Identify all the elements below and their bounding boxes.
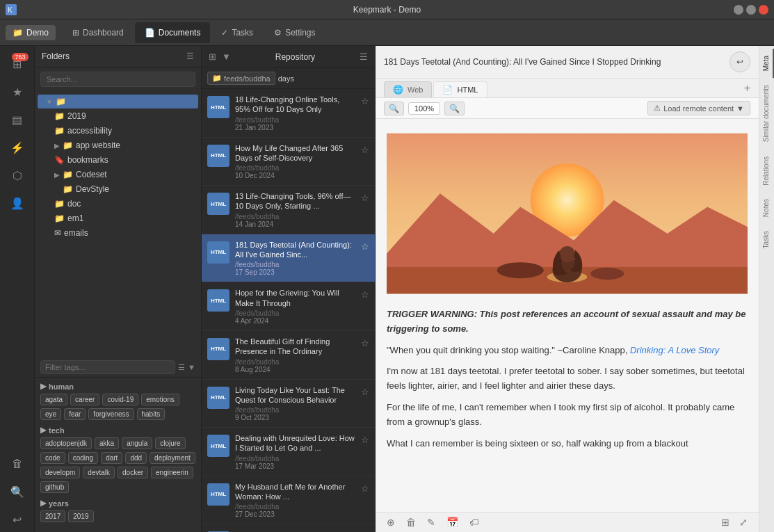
footer-tag-button[interactable]: 🏷 — [467, 515, 482, 529]
doc-star-9[interactable]: ☆ — [361, 483, 369, 494]
tag-emotions[interactable]: emotions — [141, 394, 179, 405]
rs-tab-meta[interactable]: Meta — [759, 49, 774, 78]
tab-web[interactable]: 🌐 Web — [384, 81, 432, 97]
tag-developm[interactable]: developm — [40, 467, 80, 478]
add-tab-button[interactable]: + — [744, 82, 750, 95]
repo-layout-button[interactable]: ⊞ — [207, 50, 218, 63]
tag-code[interactable]: code — [40, 452, 65, 464]
tab-html[interactable]: 📄 HTML — [433, 81, 487, 97]
doc-item-5[interactable]: HTML Hope for the Grieving: You Will Mak… — [202, 282, 375, 331]
quote-link[interactable]: Drinking: A Love Story — [630, 345, 719, 355]
sidebar-icon-filter[interactable]: ⚡ — [5, 135, 30, 160]
tag-eye[interactable]: eye — [40, 408, 61, 420]
footer-add-button[interactable]: ⊕ — [384, 515, 398, 529]
footer-calendar-button[interactable]: 📅 — [444, 515, 461, 529]
footer-expand-button[interactable]: ⤢ — [736, 515, 750, 529]
rs-tab-notes[interactable]: Notes — [759, 192, 774, 224]
doc-item-3[interactable]: HTML 13 Life-Changing Tools, 96% off—10 … — [202, 186, 375, 234]
tag-docker[interactable]: docker — [118, 467, 148, 478]
tag-2019[interactable]: 2019 — [68, 510, 93, 522]
folder-item-emails[interactable]: ✉ emails — [38, 226, 198, 240]
tab-documents[interactable]: 📄 Documents — [135, 22, 211, 43]
doc-item-7[interactable]: HTML Living Today Like Your Last: The Qu… — [202, 380, 375, 428]
folders-menu-icon[interactable]: ☰ — [186, 51, 194, 61]
list-icon[interactable]: ☰ — [178, 363, 185, 372]
doc-item-4[interactable]: HTML 181 Days Teetotal (And Counting): A… — [202, 234, 375, 283]
sidebar-icon-inbox[interactable]: ▤ — [5, 107, 30, 132]
minimize-button[interactable] — [734, 5, 743, 15]
maximize-button[interactable] — [746, 5, 756, 15]
repository-search-input[interactable] — [278, 74, 374, 83]
filter-tags-input[interactable] — [40, 360, 175, 374]
load-remote-button[interactable]: ⚠ Load remote content ▼ — [647, 101, 750, 115]
tag-forgiveness[interactable]: forgiveness — [88, 408, 134, 420]
tag-dart[interactable]: dart — [101, 452, 122, 464]
tab-dashboard[interactable]: ⊞ Dashboard — [63, 22, 134, 43]
footer-delete-button[interactable]: 🗑 — [403, 515, 419, 529]
demo-tab[interactable]: 📁 Demo — [6, 25, 56, 40]
folder-item-codeset[interactable]: ▶ 📁 Codeset — [38, 168, 198, 182]
footer-edit-button[interactable]: ✎ — [424, 515, 438, 529]
tag-akka[interactable]: akka — [95, 437, 119, 449]
tag-github[interactable]: github — [40, 481, 69, 493]
sidebar-icon-star[interactable]: ★ — [5, 79, 30, 104]
tag-devtalk[interactable]: devtalk — [83, 467, 115, 478]
doc-item-1[interactable]: HTML 18 Life-Changing Online Tools, 95% … — [202, 89, 375, 138]
tab-tasks[interactable]: ✓ Tasks — [211, 22, 263, 43]
tag-covid19[interactable]: covid-19 — [102, 394, 138, 405]
sidebar-icon-back[interactable]: ↩ — [5, 507, 30, 532]
folders-search-input[interactable] — [40, 72, 195, 87]
chevron-down-icon[interactable]: ▼ — [188, 363, 195, 371]
zoom-out-button[interactable]: 🔍 — [384, 102, 404, 115]
folder-item-em1[interactable]: 📁 em1 — [38, 211, 198, 225]
tags-group-years-header[interactable]: ▶ years — [40, 499, 195, 508]
doc-item-10[interactable]: HTML Finding Light in the Shadows of an … — [202, 524, 375, 532]
titlebar-controls[interactable] — [734, 5, 768, 15]
folder-item-root[interactable]: ▼ 📁 — [38, 95, 198, 108]
tab-settings[interactable]: ⚙ Settings — [264, 22, 325, 43]
tag-career[interactable]: career — [70, 394, 99, 405]
doc-star-3[interactable]: ☆ — [361, 193, 369, 203]
tag-2017[interactable]: 2017 — [40, 510, 65, 522]
doc-item-6[interactable]: HTML The Beautiful Gift of Finding Prese… — [202, 331, 375, 380]
doc-item-8[interactable]: HTML Dealing with Unrequited Love: How I… — [202, 428, 375, 476]
tag-deployment[interactable]: deployment — [150, 452, 195, 464]
sidebar-icon-person[interactable]: 👤 — [5, 191, 30, 216]
tag-fear[interactable]: fear — [64, 408, 86, 420]
doc-star-6[interactable]: ☆ — [361, 338, 369, 348]
doc-item-9[interactable]: HTML My Husband Left Me for Another Woma… — [202, 476, 375, 525]
doc-item-2[interactable]: HTML How My Life Changed After 365 Days … — [202, 138, 375, 186]
tag-ddd[interactable]: ddd — [125, 452, 147, 464]
tag-agata[interactable]: agata — [40, 394, 67, 405]
repo-dropdown-button[interactable]: ▼ — [220, 50, 232, 63]
zoom-in-button[interactable]: 🔍 — [444, 102, 465, 115]
doc-star-4[interactable]: ☆ — [361, 241, 369, 252]
doc-star-2[interactable]: ☆ — [361, 145, 369, 155]
tags-group-human-header[interactable]: ▶ human — [40, 382, 195, 391]
sidebar-icon-box[interactable]: ⬡ — [5, 163, 30, 188]
tag-adoptopenjdk[interactable]: adoptopenjdk — [40, 437, 92, 449]
tag-habits[interactable]: habits — [137, 408, 166, 420]
folder-item-app-website[interactable]: ▶ 📁 app website — [38, 138, 198, 152]
doc-star-8[interactable]: ☆ — [361, 435, 369, 445]
share-button[interactable]: ↩ — [729, 51, 750, 72]
folder-item-bookmarks[interactable]: 🔖 bookmarks — [38, 153, 198, 167]
repo-menu-button[interactable]: ☰ — [358, 50, 369, 63]
close-button[interactable] — [759, 5, 768, 15]
folder-item-devstyle[interactable]: 📁 DevStyle — [38, 182, 198, 196]
tag-angular[interactable]: angula — [122, 437, 152, 449]
rs-tab-similar[interactable]: Similar documents — [759, 78, 774, 149]
doc-star-1[interactable]: ☆ — [361, 96, 369, 106]
folder-item-doc[interactable]: 📁 doc — [38, 197, 198, 211]
doc-star-7[interactable]: ☆ — [361, 387, 369, 397]
sidebar-icon-grid[interactable]: ⊞ 763 — [5, 51, 30, 76]
footer-grid-button[interactable]: ⊞ — [718, 515, 732, 529]
folder-item-accessibility[interactable]: 📁 accessibility — [38, 124, 198, 138]
rs-tab-relations[interactable]: Relations — [759, 150, 774, 193]
tag-engineering[interactable]: engineerin — [151, 467, 193, 478]
tag-coding[interactable]: coding — [68, 452, 98, 464]
tag-clojure[interactable]: clojure — [155, 437, 185, 449]
tags-group-tech-header[interactable]: ▶ tech — [40, 426, 195, 435]
rs-tab-tasks[interactable]: Tasks — [759, 224, 774, 256]
doc-star-5[interactable]: ☆ — [361, 289, 369, 300]
